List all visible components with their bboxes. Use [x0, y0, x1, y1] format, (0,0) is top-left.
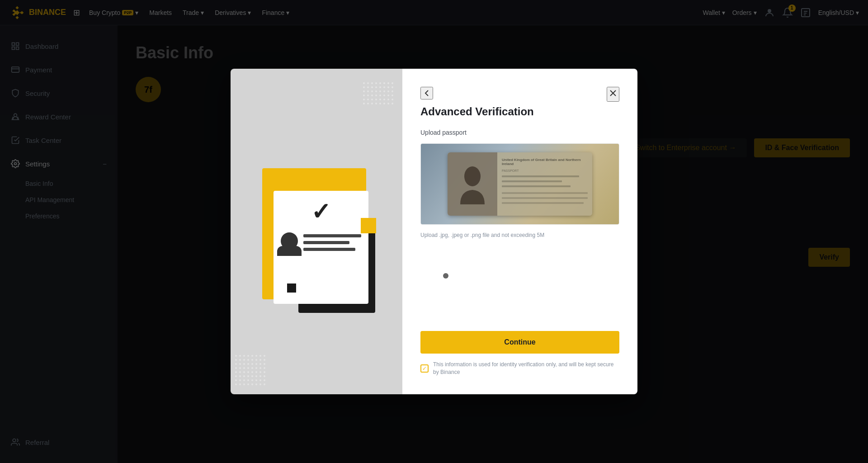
modal-spacer — [420, 253, 619, 331]
modal-close-button[interactable] — [607, 87, 619, 102]
modal-title: Advanced Verification — [420, 105, 619, 118]
id-illustration: ✓ — [244, 146, 389, 317]
checkmark-icon: ✓ — [311, 200, 331, 223]
person-avatar-icon — [281, 232, 298, 250]
person-silhouette — [457, 164, 488, 204]
modal-illustration-panel: document.write(Array(48).fill('<span sty… — [231, 69, 402, 394]
passport-card: United Kingdom of Great Britain and Nort… — [448, 152, 592, 216]
close-x-icon — [608, 88, 618, 99]
id-text-lines — [303, 234, 361, 251]
dot-pattern-bottom: document.write(Array(64).fill('<span sty… — [235, 355, 265, 385]
continue-button[interactable]: Continue — [420, 331, 619, 354]
upload-section-label: Upload passport — [420, 129, 619, 136]
modal-back-button[interactable] — [420, 87, 433, 99]
accent-black-square — [287, 283, 296, 293]
secure-check-icon — [420, 364, 429, 373]
modal-content-panel: Advanced Verification Upload passport — [402, 69, 637, 394]
passport-text-area: United Kingdom of Great Britain and Nort… — [497, 152, 592, 216]
accent-yellow-square — [361, 218, 376, 233]
modal-header — [420, 87, 619, 102]
upload-hint-text: Upload .jpg, .jpeg or .png file and not … — [420, 232, 619, 238]
passport-upload-zone[interactable]: United Kingdom of Great Britain and Nort… — [420, 143, 619, 225]
passport-preview: United Kingdom of Great Britain and Nort… — [421, 144, 619, 224]
advanced-verification-modal: document.write(Array(48).fill('<span sty… — [231, 69, 637, 394]
back-arrow-icon — [421, 88, 432, 99]
svg-point-18 — [464, 166, 481, 186]
secure-notice: This information is used for identity ve… — [420, 361, 619, 376]
secure-notice-text: This information is used for identity ve… — [433, 361, 619, 376]
dot-pattern-top: document.write(Array(48).fill('<span sty… — [363, 82, 393, 104]
passport-photo — [448, 152, 497, 216]
